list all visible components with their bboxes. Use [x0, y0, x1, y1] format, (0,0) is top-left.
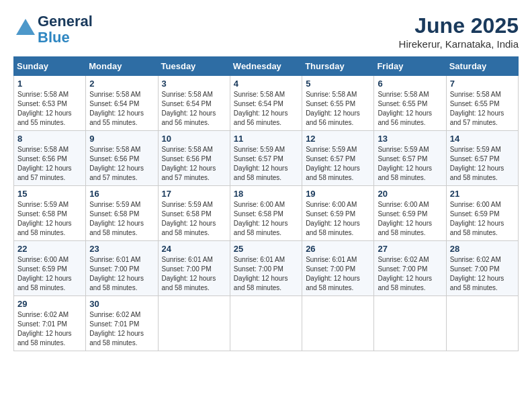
day-info: Sunrise: 6:02 AM Sunset: 7:00 PM Dayligh… [450, 255, 515, 293]
day-cell-7: 7 Sunrise: 5:58 AM Sunset: 6:55 PM Dayli… [446, 76, 518, 131]
svg-marker-0 [16, 19, 35, 35]
col-friday: Friday [374, 57, 446, 76]
day-number: 16 [89, 189, 154, 199]
day-info: Sunrise: 6:00 AM Sunset: 6:59 PM Dayligh… [306, 200, 370, 238]
day-info: Sunrise: 6:02 AM Sunset: 7:01 PM Dayligh… [17, 310, 82, 348]
day-number: 3 [162, 79, 226, 89]
day-cell-12: 12 Sunrise: 5:59 AM Sunset: 6:57 PM Dayl… [302, 131, 374, 186]
day-info: Sunrise: 5:59 AM Sunset: 6:58 PM Dayligh… [89, 200, 154, 238]
calendar-row: 1 Sunrise: 5:58 AM Sunset: 6:53 PM Dayli… [14, 76, 519, 131]
day-cell-15: 15 Sunrise: 5:59 AM Sunset: 6:58 PM Dayl… [14, 186, 86, 241]
col-monday: Monday [86, 57, 158, 76]
day-info: Sunrise: 5:58 AM Sunset: 6:54 PM Dayligh… [162, 90, 226, 128]
calendar-table: Sunday Monday Tuesday Wednesday Thursday… [13, 56, 519, 351]
day-number: 13 [378, 134, 442, 144]
day-info: Sunrise: 5:59 AM Sunset: 6:58 PM Dayligh… [162, 200, 226, 238]
day-cell-13: 13 Sunrise: 5:59 AM Sunset: 6:57 PM Dayl… [374, 131, 446, 186]
day-info: Sunrise: 5:59 AM Sunset: 6:57 PM Dayligh… [306, 145, 370, 183]
day-number: 27 [378, 244, 442, 254]
day-cell-9: 9 Sunrise: 5:58 AM Sunset: 6:56 PM Dayli… [86, 131, 158, 186]
day-info: Sunrise: 6:02 AM Sunset: 7:01 PM Dayligh… [89, 310, 154, 348]
day-info: Sunrise: 6:01 AM Sunset: 7:00 PM Dayligh… [162, 255, 226, 293]
title-block: June 2025 Hirekerur, Karnataka, India [399, 13, 519, 50]
day-info: Sunrise: 5:58 AM Sunset: 6:55 PM Dayligh… [306, 90, 370, 128]
day-cell-4: 4 Sunrise: 5:58 AM Sunset: 6:54 PM Dayli… [230, 76, 302, 131]
day-number: 15 [17, 189, 82, 199]
day-number: 14 [450, 134, 515, 144]
day-info: Sunrise: 5:59 AM Sunset: 6:57 PM Dayligh… [450, 145, 515, 183]
day-cell-21: 21 Sunrise: 6:00 AM Sunset: 6:59 PM Dayl… [446, 186, 518, 241]
day-number: 28 [450, 244, 515, 254]
day-info: Sunrise: 6:02 AM Sunset: 7:00 PM Dayligh… [378, 255, 442, 293]
day-number: 8 [17, 134, 82, 144]
day-number: 9 [89, 134, 154, 144]
month-title: June 2025 [399, 13, 519, 38]
day-info: Sunrise: 6:01 AM Sunset: 7:00 PM Dayligh… [89, 255, 154, 293]
day-number: 25 [234, 244, 298, 254]
day-cell-23: 23 Sunrise: 6:01 AM Sunset: 7:00 PM Dayl… [86, 241, 158, 296]
logo-text: General Blue [38, 13, 93, 46]
day-info: Sunrise: 6:01 AM Sunset: 7:00 PM Dayligh… [306, 255, 370, 293]
day-cell-8: 8 Sunrise: 5:58 AM Sunset: 6:56 PM Dayli… [14, 131, 86, 186]
day-info: Sunrise: 5:58 AM Sunset: 6:53 PM Dayligh… [17, 90, 82, 128]
day-cell-11: 11 Sunrise: 5:59 AM Sunset: 6:57 PM Dayl… [230, 131, 302, 186]
location: Hirekerur, Karnataka, India [399, 38, 519, 50]
day-cell-22: 22 Sunrise: 6:00 AM Sunset: 6:59 PM Dayl… [14, 241, 86, 296]
day-cell-30: 30 Sunrise: 6:02 AM Sunset: 7:01 PM Dayl… [86, 296, 158, 351]
day-info: Sunrise: 5:59 AM Sunset: 6:57 PM Dayligh… [234, 145, 298, 183]
day-info: Sunrise: 5:59 AM Sunset: 6:58 PM Dayligh… [17, 200, 82, 238]
day-number: 12 [306, 134, 370, 144]
day-cell-20: 20 Sunrise: 6:00 AM Sunset: 6:59 PM Dayl… [374, 186, 446, 241]
day-info: Sunrise: 6:00 AM Sunset: 6:59 PM Dayligh… [378, 200, 442, 238]
col-saturday: Saturday [446, 57, 518, 76]
day-info: Sunrise: 5:58 AM Sunset: 6:55 PM Dayligh… [450, 90, 515, 128]
weekday-header-row: Sunday Monday Tuesday Wednesday Thursday… [14, 57, 519, 76]
day-info: Sunrise: 6:00 AM Sunset: 6:59 PM Dayligh… [450, 200, 515, 238]
day-info: Sunrise: 6:00 AM Sunset: 6:59 PM Dayligh… [17, 255, 82, 293]
day-cell-3: 3 Sunrise: 5:58 AM Sunset: 6:54 PM Dayli… [158, 76, 230, 131]
day-cell-1: 1 Sunrise: 5:58 AM Sunset: 6:53 PM Dayli… [14, 76, 86, 131]
day-number: 21 [450, 189, 515, 199]
col-thursday: Thursday [302, 57, 374, 76]
calendar-row: 22 Sunrise: 6:00 AM Sunset: 6:59 PM Dayl… [14, 241, 519, 296]
calendar-row: 15 Sunrise: 5:59 AM Sunset: 6:58 PM Dayl… [14, 186, 519, 241]
col-sunday: Sunday [14, 57, 86, 76]
day-number: 23 [89, 244, 154, 254]
day-number: 4 [234, 79, 298, 89]
logo-icon [13, 16, 38, 40]
logo: General Blue [13, 13, 93, 46]
day-info: Sunrise: 5:58 AM Sunset: 6:54 PM Dayligh… [89, 90, 154, 128]
day-info: Sunrise: 5:59 AM Sunset: 6:57 PM Dayligh… [378, 145, 442, 183]
calendar-row: 29 Sunrise: 6:02 AM Sunset: 7:01 PM Dayl… [14, 296, 519, 351]
day-number: 30 [89, 299, 154, 309]
empty-cell [374, 296, 446, 351]
day-cell-24: 24 Sunrise: 6:01 AM Sunset: 7:00 PM Dayl… [158, 241, 230, 296]
day-number: 18 [234, 189, 298, 199]
page-header: General Blue June 2025 Hirekerur, Karnat… [13, 13, 519, 50]
day-number: 24 [162, 244, 226, 254]
day-cell-18: 18 Sunrise: 6:00 AM Sunset: 6:58 PM Dayl… [230, 186, 302, 241]
day-cell-29: 29 Sunrise: 6:02 AM Sunset: 7:01 PM Dayl… [14, 296, 86, 351]
day-number: 7 [450, 79, 515, 89]
day-cell-17: 17 Sunrise: 5:59 AM Sunset: 6:58 PM Dayl… [158, 186, 230, 241]
day-cell-19: 19 Sunrise: 6:00 AM Sunset: 6:59 PM Dayl… [302, 186, 374, 241]
col-tuesday: Tuesday [158, 57, 230, 76]
empty-cell [158, 296, 230, 351]
day-cell-16: 16 Sunrise: 5:59 AM Sunset: 6:58 PM Dayl… [86, 186, 158, 241]
day-number: 6 [378, 79, 442, 89]
day-info: Sunrise: 5:58 AM Sunset: 6:55 PM Dayligh… [378, 90, 442, 128]
day-number: 17 [162, 189, 226, 199]
day-cell-27: 27 Sunrise: 6:02 AM Sunset: 7:00 PM Dayl… [374, 241, 446, 296]
day-number: 11 [234, 134, 298, 144]
empty-cell [302, 296, 374, 351]
col-wednesday: Wednesday [230, 57, 302, 76]
calendar-row: 8 Sunrise: 5:58 AM Sunset: 6:56 PM Dayli… [14, 131, 519, 186]
day-number: 29 [17, 299, 82, 309]
day-number: 2 [89, 79, 154, 89]
day-number: 19 [306, 189, 370, 199]
empty-cell [446, 296, 518, 351]
day-info: Sunrise: 5:58 AM Sunset: 6:56 PM Dayligh… [17, 145, 82, 183]
day-info: Sunrise: 5:58 AM Sunset: 6:56 PM Dayligh… [162, 145, 226, 183]
day-info: Sunrise: 6:00 AM Sunset: 6:58 PM Dayligh… [234, 200, 298, 238]
day-number: 20 [378, 189, 442, 199]
